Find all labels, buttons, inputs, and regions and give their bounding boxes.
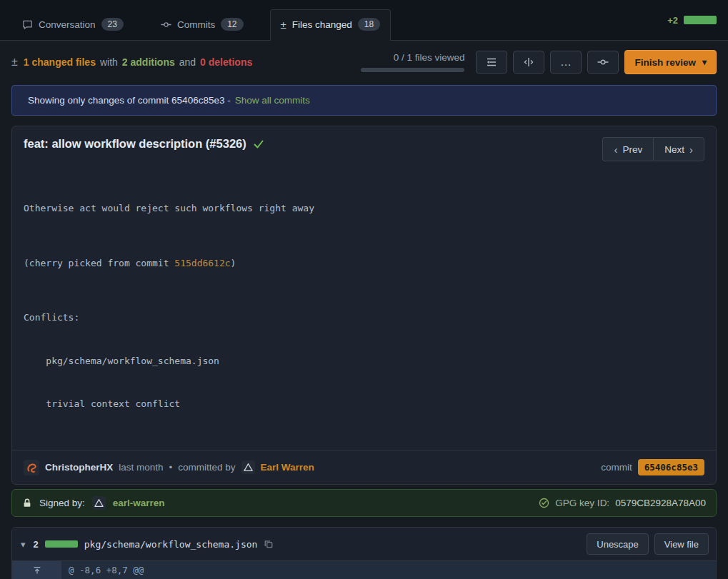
commit-time: last month [119, 462, 163, 473]
author-avatar[interactable] [24, 460, 39, 475]
commit-nav: ‹ Prev Next › [602, 137, 704, 161]
summary-text: with [100, 56, 118, 68]
commit-label: commit [601, 462, 632, 473]
lock-icon [22, 498, 32, 508]
gpg-info: GPG key ID: 0579CB2928A78A00 [539, 498, 706, 508]
prev-commit-button[interactable]: ‹ Prev [602, 137, 653, 161]
committer-avatar[interactable] [241, 460, 255, 474]
split-diff-button[interactable] [513, 51, 544, 74]
file-change-count: 2 [34, 539, 39, 550]
verified-check-icon [539, 498, 549, 508]
files-viewed-progress: 0 / 1 files viewed [361, 52, 464, 72]
showing-commit-banner: Showing only changes of commit 65406c85e… [11, 85, 717, 116]
files-viewed-bar [361, 68, 464, 72]
cherry-commit-link[interactable]: 515dd6612c [174, 258, 230, 268]
commit-title-text: feat: allow workflow description (#5326) [24, 137, 246, 151]
tab-count-badge: 18 [358, 18, 380, 31]
commit-message-box: feat: allow workflow description (#5326)… [11, 126, 717, 485]
files-viewed-label: 0 / 1 files viewed [394, 52, 465, 63]
status-check-icon [253, 139, 264, 150]
expand-hunk-button[interactable] [12, 561, 61, 579]
next-commit-button[interactable]: Next › [653, 137, 704, 161]
diff-icon: ± [11, 56, 18, 69]
ellipsis-icon: … [560, 60, 572, 64]
gpg-key-label: GPG key ID: [555, 498, 609, 508]
commit-message-body: Otherwise act would reject such workflow… [12, 164, 716, 450]
commit-author-bar: ChristopherHX last month • committed by … [12, 450, 716, 484]
caret-down-icon: ▾ [702, 57, 707, 67]
tab-label: Conversation [39, 19, 96, 30]
signer-name-link[interactable]: earl-warren [113, 498, 165, 508]
signature-bar: Signed by: earl-warren GPG key ID: 0579C… [11, 489, 717, 517]
tab-label: Commits [177, 19, 215, 30]
prev-label: Prev [622, 144, 642, 155]
commit-body-line: (cherry picked from commit 515dd6612c) [24, 256, 704, 271]
tab-files-changed[interactable]: ± Files changed 18 [270, 9, 392, 41]
diff-options-button[interactable]: … [550, 51, 582, 74]
deletions-text: 0 deletions [200, 56, 252, 68]
global-diff-stats: +2 [667, 15, 717, 26]
commit-body-line: trivial context conflict [24, 397, 704, 411]
signed-by-label: Signed by: [39, 498, 85, 508]
tab-count-badge: 23 [101, 18, 124, 31]
separator-dot: • [169, 462, 173, 473]
show-all-commits-link[interactable]: Show all commits [235, 95, 310, 106]
finish-review-label: Finish review [634, 57, 696, 68]
conversation-icon [22, 19, 33, 30]
tab-commits[interactable]: Commits 12 [150, 9, 254, 40]
author-name-link[interactable]: ChristopherHX [45, 462, 113, 473]
summary-text: and [179, 56, 196, 68]
diff-summary: ± 1 changed files with 2 additions and 0… [11, 56, 252, 69]
diff-icon: ± [281, 19, 286, 30]
hunk-header-row: @ -8,6 +8,7 @@ [12, 561, 716, 579]
cherry-text: ) [231, 258, 236, 268]
unified-diff-button[interactable] [476, 51, 507, 74]
file-path[interactable]: pkg/schema/workflow_schema.json [84, 539, 258, 550]
hunk-header-text: @ -8,6 +8,7 @@ [61, 561, 144, 579]
diff-file-box: ▾ 2 pkg/schema/workflow_schema.json Unes… [11, 527, 717, 579]
signer-avatar[interactable] [92, 496, 106, 510]
copy-path-icon[interactable] [264, 539, 274, 549]
additions-text: 2 additions [122, 56, 175, 68]
gpg-key-value: 0579CB2928A78A00 [615, 498, 706, 508]
additions-count: +2 [667, 15, 678, 26]
commit-body-line: Conflicts: [24, 311, 704, 325]
committed-by-label: committed by [178, 462, 235, 473]
tab-conversation[interactable]: Conversation 23 [11, 9, 134, 40]
diff-toolbar: ± 1 changed files with 2 additions and 0… [0, 41, 728, 82]
next-label: Next [664, 144, 684, 155]
collapse-file-chevron-icon[interactable]: ▾ [19, 539, 27, 550]
file-diff-stat-bar [45, 540, 78, 548]
commit-icon [161, 19, 171, 30]
unescape-button[interactable]: Unescape [587, 533, 649, 555]
cherry-text: (cherry picked from commit [24, 258, 174, 268]
pr-tab-bar: Conversation 23 Commits 12 ± Files chang… [0, 0, 728, 41]
commit-hash-badge[interactable]: 65406c85e3 [638, 459, 704, 475]
diff-stat-bar [684, 16, 717, 24]
commit-title: feat: allow workflow description (#5326) [24, 137, 264, 151]
tab-count-badge: 12 [221, 18, 243, 31]
changed-files-link[interactable]: 1 changed files [24, 56, 96, 68]
banner-text: Showing only changes of commit 65406c85e… [28, 95, 231, 106]
view-file-button[interactable]: View file [654, 533, 709, 555]
commit-select-button[interactable] [587, 51, 619, 74]
committer-name-link[interactable]: Earl Warren [261, 462, 314, 473]
chevron-right-icon: › [689, 144, 693, 156]
file-header: ▾ 2 pkg/schema/workflow_schema.json Unes… [12, 528, 716, 561]
finish-review-button[interactable]: Finish review ▾ [624, 50, 717, 74]
commit-body-line: pkg/schema/workflow_schema.json [24, 354, 704, 368]
tab-label: Files changed [292, 19, 352, 30]
commit-body-line: Otherwise act would reject such workflow… [24, 201, 704, 216]
chevron-left-icon: ‹ [614, 144, 617, 156]
